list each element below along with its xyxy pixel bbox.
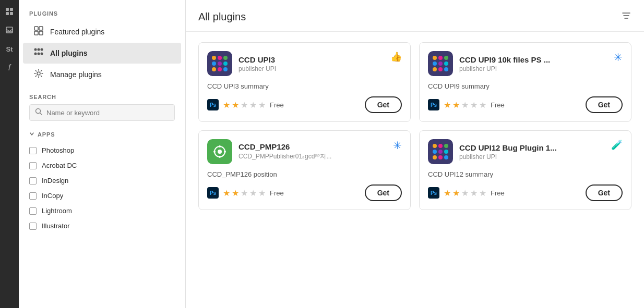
svg-point-26: [213, 151, 216, 153]
plugin-card-ccd-upi9: CCD UPI9 10k files PS ... publisher UPI …: [419, 42, 631, 122]
plugin-text-info: CCD UPI9 10k files PS ... publisher UPI: [459, 55, 550, 72]
chevron-down-icon: [29, 131, 34, 138]
plugin-name: CCD UPI3: [238, 55, 276, 64]
plugin-publisher: publisher UPI: [459, 65, 550, 72]
price-label: Free: [270, 101, 284, 109]
plugin-summary: CCD UPI12 summary: [428, 170, 623, 178]
star-1: ★: [223, 188, 230, 198]
plugin-publisher: publisher UPI: [459, 153, 557, 161]
app-item-indesign[interactable]: InDesign: [29, 173, 175, 188]
star-3: ★: [461, 100, 469, 110]
script-icon[interactable]: f: [2, 60, 17, 75]
app-item-lightroom[interactable]: Lightroom: [29, 203, 175, 218]
svg-rect-8: [39, 27, 43, 30]
card-header: CCD_PMP126 CCD_PMPPublisher01ₐgcdᵖᵖ저... …: [207, 139, 402, 164]
sidebar-item-featured[interactable]: Featured plugins: [23, 21, 181, 43]
indesign-checkbox[interactable]: [29, 177, 37, 184]
get-button-ccd-pmp126[interactable]: Get: [365, 184, 402, 201]
get-button-ccd-upi3[interactable]: Get: [365, 96, 402, 113]
lightroom-label: Lightroom: [42, 207, 72, 215]
plugin-text-info: CCD UPI3 publisher UPI: [238, 55, 276, 72]
plugin-icon-ccd-pmp126: [207, 139, 232, 164]
manage-icon: [33, 69, 44, 80]
plugin-icon-ccd-upi9: [428, 51, 453, 76]
thumb-up-icon: 👍: [390, 51, 402, 63]
svg-point-12: [41, 48, 43, 51]
sidebar: PLUGINS Featured plugins All plugins Man…: [19, 0, 186, 308]
app-item-incopy[interactable]: InCopy: [29, 188, 175, 203]
apps-section: APPS Photoshop Acrobat DC InDesign InCop…: [19, 125, 185, 240]
star-3: ★: [241, 188, 248, 198]
card-header: CCD UPI9 10k files PS ... publisher UPI …: [428, 51, 623, 76]
svg-rect-0: [6, 8, 9, 11]
star-1: ★: [444, 100, 451, 110]
card-info: CCD UPI9 10k files PS ... publisher UPI: [428, 51, 550, 76]
app-item-photoshop[interactable]: Photoshop: [29, 143, 175, 158]
manage-label: Manage plugins: [50, 70, 102, 79]
acrobat-checkbox[interactable]: [29, 162, 37, 169]
plugin-card-ccd-upi12: CCD UPI12 Bug Plugin 1... publisher UPI …: [419, 130, 631, 210]
plugin-name: CCD_PMP126: [238, 142, 331, 151]
get-button-ccd-upi12[interactable]: Get: [586, 184, 623, 201]
get-button-ccd-upi9[interactable]: Get: [586, 96, 623, 113]
svg-point-14: [38, 53, 40, 55]
plugins-grid: CCD UPI3 publisher UPI 👍 CCD UPI3 summar…: [186, 32, 644, 220]
card-header: CCD UPI12 Bug Plugin 1... publisher UPI …: [428, 139, 623, 164]
star-5: ★: [479, 100, 486, 110]
filter-icon[interactable]: [621, 10, 631, 23]
card-footer: Ps ★ ★ ★ ★ ★ Free Get: [428, 184, 623, 201]
illustrator-label: Illustrator: [42, 222, 69, 230]
svg-rect-1: [10, 8, 13, 11]
incopy-checkbox[interactable]: [29, 192, 37, 200]
layers-icon[interactable]: [2, 23, 17, 38]
search-label: SEARCH: [29, 94, 175, 100]
svg-point-11: [38, 48, 40, 51]
lightroom-checkbox[interactable]: [29, 207, 37, 215]
plugin-card-ccd-upi3: CCD UPI3 publisher UPI 👍 CCD UPI3 summar…: [198, 42, 411, 122]
sidebar-item-all[interactable]: All plugins: [23, 43, 181, 64]
plugin-card-ccd-pmp126: CCD_PMP126 CCD_PMPPublisher01ₐgcdᵖᵖ저... …: [198, 130, 411, 210]
plugin-text-info: CCD UPI12 Bug Plugin 1... publisher UPI: [459, 143, 557, 161]
svg-rect-3: [10, 12, 13, 15]
search-section: SEARCH: [19, 85, 185, 125]
ps-badge: Ps: [207, 187, 219, 199]
search-input-wrap[interactable]: [29, 104, 175, 121]
svg-point-15: [41, 53, 43, 55]
stars: ★ ★ ★ ★ ★: [444, 188, 486, 198]
apps-label: APPS: [38, 131, 55, 138]
sidebar-item-manage[interactable]: Manage plugins: [23, 64, 181, 85]
icon-rail: St f: [0, 0, 19, 308]
search-input[interactable]: [46, 109, 169, 117]
star-4: ★: [249, 188, 257, 198]
grid-icon[interactable]: [2, 4, 17, 19]
plugin-icon-ccd-upi3: [207, 51, 232, 76]
all-plugins-icon: [33, 48, 44, 58]
incopy-label: InCopy: [42, 192, 63, 200]
featured-icon: [33, 26, 44, 38]
plugin-summary: CCD UPI9 summary: [428, 82, 623, 90]
new-star-icon: ✳: [614, 51, 623, 64]
new-star-icon-2: ✳: [393, 139, 402, 152]
price-label: Free: [491, 101, 505, 109]
svg-rect-2: [6, 12, 9, 15]
plugin-summary: CCD UPI3 summary: [207, 82, 402, 90]
type-icon[interactable]: St: [2, 42, 17, 56]
star-3: ★: [461, 188, 469, 198]
svg-point-16: [37, 72, 40, 75]
price-label: Free: [270, 189, 284, 197]
app-item-acrobat[interactable]: Acrobat DC: [29, 158, 175, 173]
card-info: CCD UPI12 Bug Plugin 1... publisher UPI: [428, 139, 557, 164]
page-title: All plugins: [198, 11, 246, 23]
photoshop-checkbox[interactable]: [29, 147, 37, 154]
plugins-label: PLUGINS: [19, 0, 185, 21]
illustrator-checkbox[interactable]: [29, 223, 37, 230]
star-4: ★: [470, 188, 478, 198]
card-footer: Ps ★ ★ ★ ★ ★ Free Get: [428, 96, 623, 113]
apps-header[interactable]: APPS: [29, 131, 175, 138]
all-plugins-label: All plugins: [50, 49, 88, 57]
app-item-illustrator[interactable]: Illustrator: [29, 218, 175, 233]
acrobat-label: Acrobat DC: [42, 162, 77, 169]
card-footer: Ps ★ ★ ★ ★ ★ Free Get: [207, 184, 402, 201]
star-1: ★: [444, 188, 451, 198]
plugin-icon-ccd-upi12: [428, 139, 453, 164]
